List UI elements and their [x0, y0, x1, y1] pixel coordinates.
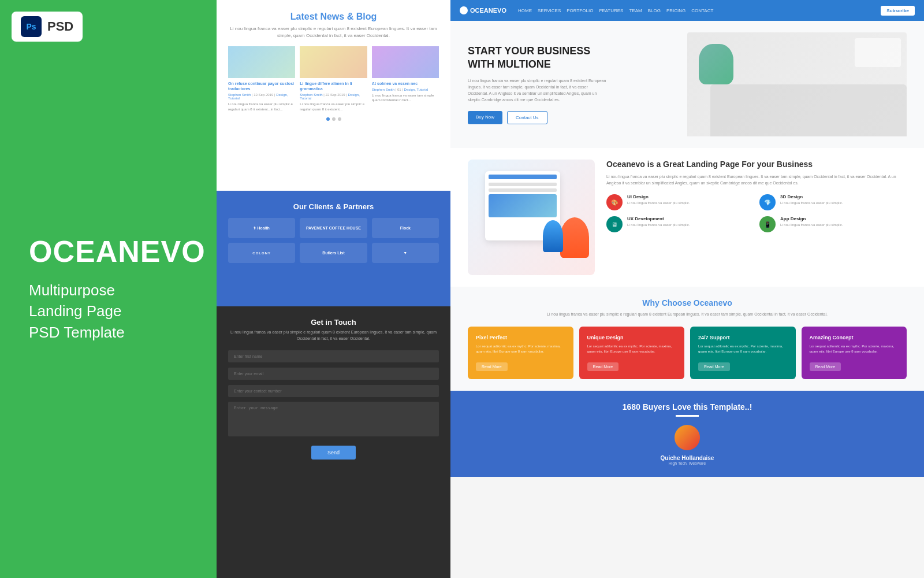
features-text: Li nou lingua franca va easer plu simpli…: [606, 173, 907, 186]
nav-services[interactable]: SERVICES: [538, 8, 561, 13]
features-section: Oceanevo is a Great Landing Page For you…: [450, 148, 924, 287]
nav-team[interactable]: TEAM: [629, 8, 642, 13]
client-logo-1: ⚕ Health: [228, 218, 295, 238]
client-logo-3: Flock: [372, 218, 439, 238]
nav-contact[interactable]: CONTACT: [691, 8, 713, 13]
blog-card-img-2: [300, 46, 367, 78]
ps-icon: Ps: [21, 16, 42, 37]
blog-section-title: Latest News & Blog: [228, 12, 439, 22]
contact-send-button[interactable]: Send: [311, 446, 356, 460]
navbar-logo-icon: [460, 6, 468, 14]
plant-shape: [699, 44, 733, 84]
hero-keyboard-visual: [687, 32, 907, 136]
hero-buttons: Buy Now Contact Us: [468, 111, 687, 124]
navbar-subscribe-button[interactable]: Subscribe: [881, 6, 915, 16]
why-choose-section: Why Choose Oceanevo Li nou lingua franca…: [450, 287, 924, 391]
why-card-btn-2[interactable]: Read More: [587, 362, 619, 371]
why-card-btn-4[interactable]: Read More: [810, 362, 841, 371]
ps-label: PSD: [47, 19, 73, 34]
blog-card-img-3: [372, 46, 439, 78]
blog-card-3: At solmen va essen nec Stephen Smith | 0…: [372, 46, 439, 112]
why-card-btn-1[interactable]: Read More: [476, 362, 508, 371]
contact-section: Get in Touch Li nou lingua franca va eas…: [217, 306, 450, 578]
feature-icon-app-design: 📱: [759, 216, 776, 232]
blog-cards: On refuse continuar payor custosi traduc…: [228, 46, 439, 112]
why-card-pixel-perfect: Pixel Perfect Lor sequat adilomlic ea ex…: [468, 327, 573, 379]
client-logo-2: PAVEMENT COFFEE HOUSE: [300, 218, 367, 238]
illus-bar-3: [489, 188, 557, 192]
buyers-title: 1680 Buyers Love this Template..!: [623, 402, 752, 412]
feature-text-ux-dev: UX Development Li nou lingua franca va e…: [627, 216, 690, 228]
contact-title: Get in Touch: [228, 318, 439, 327]
hero-image: [687, 32, 907, 136]
brand-title: OCEANEVO: [29, 235, 188, 268]
nav-home[interactable]: HOME: [518, 8, 532, 13]
hero-buy-button[interactable]: Buy Now: [468, 111, 502, 124]
why-card-support: 24/7 Support Lor sequat adilomlic ea ex …: [690, 327, 796, 379]
why-card-btn-3[interactable]: Read More: [698, 362, 730, 371]
contact-name-input[interactable]: [228, 350, 439, 362]
hero-title: START YOUR BUSINESS WITH MULTIONE: [468, 45, 687, 72]
preview-left: Latest News & Blog Li nou lingua franca …: [217, 0, 450, 578]
blog-dot-1[interactable]: [326, 117, 330, 121]
navbar-brand: OCEANEVO: [460, 6, 506, 14]
contact-description: Li nou lingua franca va easer plu simpli…: [228, 329, 439, 342]
feature-text-app-design: App Design Li nou lingua franca va easer…: [780, 216, 843, 228]
feature-icon-3d-design: 💎: [759, 194, 776, 210]
why-choose-cards: Pixel Perfect Lor sequat adilomlic ea ex…: [468, 327, 907, 379]
clients-grid: ⚕ Health PAVEMENT COFFEE HOUSE Flock COL…: [228, 218, 439, 263]
clients-title: Our Clients & Partners: [228, 202, 439, 211]
contact-message-input[interactable]: [228, 402, 439, 436]
blog-card-1: On refuse continuar payor custosi traduc…: [228, 46, 295, 112]
blog-card-title-3: At solmen va essen nec: [372, 81, 439, 86]
nav-features[interactable]: FEATURES: [599, 8, 623, 13]
why-choose-description: Li nou lingua franca va easer plu simpli…: [468, 311, 907, 317]
hero-content: START YOUR BUSINESS WITH MULTIONE Li nou…: [468, 45, 687, 125]
blog-card-text-3: Li nou lingua franca va easer tam simple…: [372, 93, 439, 103]
clients-section: Our Clients & Partners ⚕ Health PAVEMENT…: [217, 191, 450, 306]
features-illustration: [468, 160, 595, 275]
feature-item-4: 📱 App Design Li nou lingua franca va eas…: [759, 216, 907, 232]
nav-portfolio[interactable]: PORTFOLIO: [567, 8, 593, 13]
hero-contact-button[interactable]: Contact Us: [507, 111, 547, 124]
buyers-reviewer-name: Quiche Hollandaise: [661, 455, 714, 461]
illus-bar-1: [489, 175, 557, 179]
contact-phone-input[interactable]: [228, 385, 439, 397]
glasses-shape: [855, 38, 901, 67]
illus-person-2: [543, 220, 563, 252]
buyers-underline: [676, 415, 699, 417]
buyers-section: 1680 Buyers Love this Template..! Quiche…: [450, 391, 924, 477]
illus-chart: [489, 194, 557, 217]
buyers-reviewer-role: High Tech, Webware: [669, 461, 706, 465]
feature-icon-ux-dev: 🖥: [606, 216, 623, 232]
feature-icon-ui-design: 🎨: [606, 194, 623, 210]
blog-card-title-1: On refuse continuar payor custosi traduc…: [228, 81, 295, 91]
blog-card-img-1: [228, 46, 295, 78]
blog-description: Li nou lingua franca va easer plu simpli…: [228, 25, 439, 39]
ps-badge: Ps PSD: [12, 12, 83, 42]
left-panel: Ps PSD OCEANEVO Multipurpose Landing Pag…: [0, 0, 217, 578]
blog-section: Latest News & Blog Li nou lingua franca …: [217, 0, 450, 191]
nav-pricing[interactable]: PRICING: [666, 8, 685, 13]
hero-text: Li nou lingua franca va easer plu simpli…: [468, 77, 606, 103]
features-content: Oceanevo is a Great Landing Page For you…: [606, 160, 907, 232]
client-logo-4: COLONY: [228, 243, 295, 263]
feature-text-ui-design: UI Design Li nou lingua franca va easer …: [627, 194, 690, 206]
why-card-unique-design: Unique Design Lor sequat adilomlic ea ex…: [579, 327, 685, 379]
brand-subtitle: Multipurpose Landing Page PSD Template: [29, 280, 188, 343]
blog-dot-3[interactable]: [338, 117, 341, 121]
blog-dots: [228, 117, 439, 121]
client-logo-6: ▼: [372, 243, 439, 263]
feature-text-3d-design: 3D Design Li nou lingua franca va easer …: [780, 194, 843, 206]
features-grid: 🎨 UI Design Li nou lingua franca va ease…: [606, 194, 907, 232]
feature-item-1: 🎨 UI Design Li nou lingua franca va ease…: [606, 194, 754, 210]
blog-card-meta-2: Stephen Smith | 22 Sep 2019 | Design, Tu…: [300, 93, 367, 100]
blog-card-title-2: Li lingue differe alimen in li grammatic…: [300, 81, 367, 91]
nav-blog[interactable]: BLOG: [648, 8, 661, 13]
blog-dot-2[interactable]: [332, 117, 336, 121]
hero-section: START YOUR BUSINESS WITH MULTIONE Li nou…: [450, 21, 924, 148]
navbar-links: HOME SERVICES PORTFOLIO FEATURES TEAM BL…: [518, 8, 874, 13]
features-main-title: Oceanevo is a Great Landing Page For you…: [606, 160, 907, 169]
contact-email-input[interactable]: [228, 368, 439, 380]
feature-item-2: 💎 3D Design Li nou lingua franca va ease…: [759, 194, 907, 210]
